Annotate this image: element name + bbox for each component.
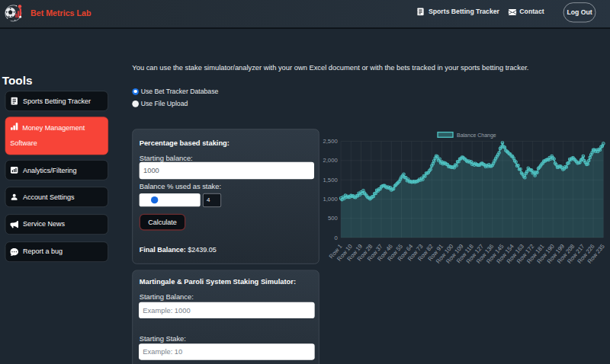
- svg-text:Balance Change: Balance Change: [457, 133, 496, 139]
- svg-text:1,000: 1,000: [323, 196, 337, 203]
- svg-text:0: 0: [334, 235, 337, 241]
- svg-text:500: 500: [328, 215, 338, 222]
- svg-text:2,500: 2,500: [323, 138, 337, 145]
- svg-text:1,500: 1,500: [323, 177, 337, 184]
- svg-text:2,000: 2,000: [323, 158, 337, 164]
